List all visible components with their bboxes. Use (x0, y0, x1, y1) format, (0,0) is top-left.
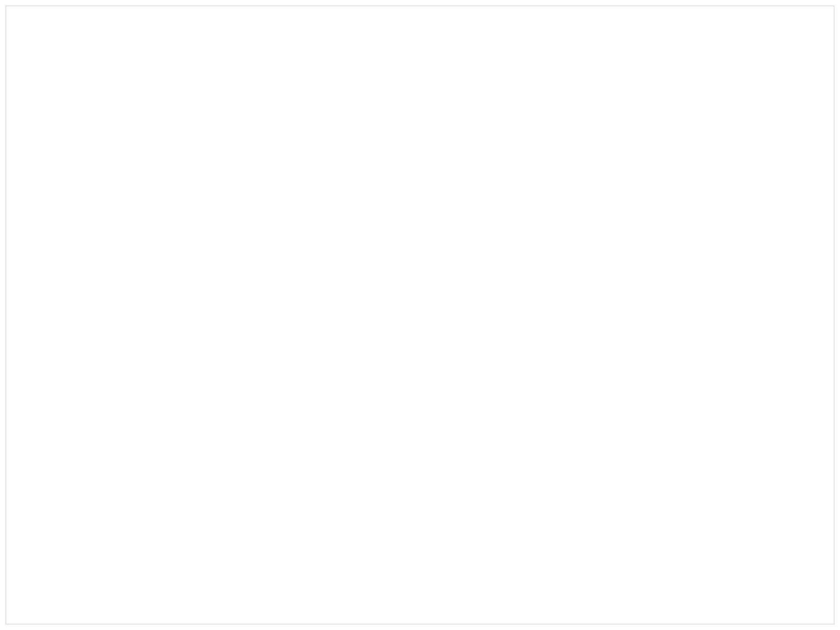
connector-layer (6, 6, 835, 625)
diagram-frame (6, 6, 834, 624)
